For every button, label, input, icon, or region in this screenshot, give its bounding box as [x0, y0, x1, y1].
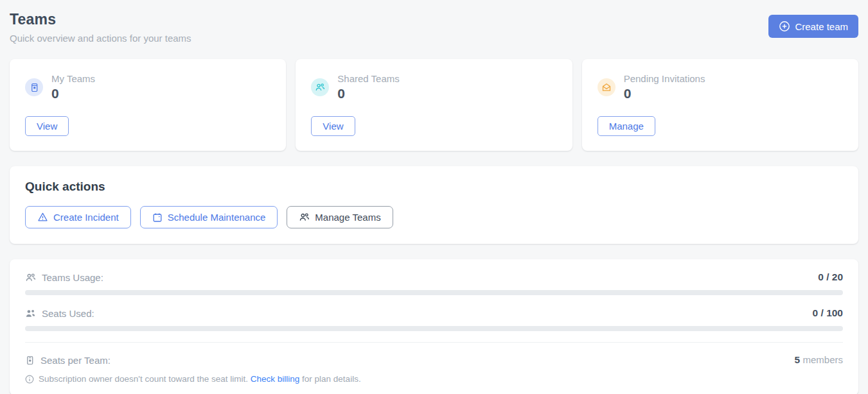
schedule-maintenance-button[interactable]: Schedule Maintenance	[140, 206, 278, 228]
contact-book-icon	[25, 78, 43, 96]
create-incident-label: Create Incident	[53, 212, 119, 223]
usage-note-text: Subscription owner doesn't count toward …	[39, 374, 361, 384]
stat-card-value: 0	[624, 86, 705, 101]
users-filled-icon	[25, 308, 36, 319]
stat-card-top: My Teams 0	[25, 73, 270, 101]
quick-actions-panel: Quick actions Create Incident	[10, 166, 858, 244]
page-header-text: Teams Quick overview and actions for you…	[10, 9, 191, 44]
manage-teams-button[interactable]: Manage Teams	[287, 206, 393, 228]
teams-usage-value: 0 / 20	[818, 271, 843, 283]
page-header: Teams Quick overview and actions for you…	[10, 9, 858, 44]
teams-usage-progressbar	[25, 290, 843, 295]
stat-card-shared-teams: Shared Teams 0 View	[296, 59, 572, 151]
calendar-icon	[152, 212, 163, 223]
usage-note: Subscription owner doesn't count toward …	[25, 374, 843, 384]
stat-card-text: Pending Invitations 0	[624, 73, 705, 101]
seats-used-label: Seats Used:	[42, 308, 94, 319]
seats-per-team-row: Seats per Team: 5 members	[25, 343, 843, 366]
teams-usage-label-group: Teams Usage:	[25, 272, 103, 283]
stat-card-value: 0	[51, 86, 95, 101]
seats-used-progressbar	[25, 326, 843, 331]
teams-page: Teams Quick overview and actions for you…	[0, 0, 868, 394]
plus-circle-icon	[779, 21, 790, 32]
seats-per-team-number: 5	[795, 354, 801, 365]
stat-card-my-teams: My Teams 0 View	[10, 59, 286, 151]
pending-invitations-manage-button[interactable]: Manage	[598, 116, 655, 136]
seats-per-team-label-group: Seats per Team:	[25, 355, 111, 366]
quick-actions-row: Create Incident Schedule Maintenance	[25, 206, 843, 228]
stat-card-label: Shared Teams	[337, 73, 399, 84]
page-title: Teams	[10, 11, 191, 28]
user-group-icon	[299, 212, 310, 223]
user-group-icon	[25, 272, 36, 283]
info-circle-icon	[25, 375, 34, 384]
stat-cards-row: My Teams 0 View Shared Teams	[10, 59, 858, 151]
stat-card-top: Pending Invitations 0	[598, 73, 843, 101]
stat-card-text: Shared Teams 0	[337, 73, 399, 101]
stat-card-text: My Teams 0	[51, 73, 95, 101]
page-subtitle: Quick overview and actions for your team…	[10, 33, 191, 44]
warning-triangle-icon	[37, 212, 48, 223]
usage-note-prefix: Subscription owner doesn't count toward …	[39, 374, 248, 384]
seats-used-row: Seats Used: 0 / 100	[25, 307, 843, 319]
contact-card-icon	[25, 355, 35, 365]
quick-actions-title: Quick actions	[25, 180, 843, 194]
usage-note-suffix: for plan details.	[302, 374, 361, 384]
stat-card-pending-invitations: Pending Invitations 0 Manage	[582, 59, 858, 151]
teams-usage-label: Teams Usage:	[42, 272, 103, 283]
stat-card-label: My Teams	[51, 73, 95, 84]
seats-per-team-unit: members	[802, 354, 843, 365]
create-team-button[interactable]: Create team	[768, 15, 858, 38]
schedule-maintenance-label: Schedule Maintenance	[168, 212, 266, 223]
seats-per-team-value: 5 members	[795, 354, 843, 366]
create-incident-button[interactable]: Create Incident	[25, 206, 131, 228]
my-teams-view-button[interactable]: View	[25, 116, 69, 136]
envelope-open-icon	[598, 78, 616, 96]
usage-panel: Teams Usage: 0 / 20 Seats Used: 0 / 100	[10, 259, 858, 394]
create-team-label: Create team	[795, 21, 848, 32]
manage-teams-label: Manage Teams	[315, 212, 380, 223]
user-group-icon	[311, 78, 329, 96]
seats-used-value: 0 / 100	[813, 307, 843, 319]
seats-used-label-group: Seats Used:	[25, 308, 94, 319]
stat-card-top: Shared Teams 0	[311, 73, 556, 101]
check-billing-link[interactable]: Check billing	[251, 374, 300, 384]
stat-card-label: Pending Invitations	[624, 73, 705, 84]
shared-teams-view-button[interactable]: View	[311, 116, 355, 136]
teams-usage-row: Teams Usage: 0 / 20	[25, 271, 843, 283]
stat-card-value: 0	[337, 86, 399, 101]
seats-per-team-label: Seats per Team:	[40, 355, 111, 366]
